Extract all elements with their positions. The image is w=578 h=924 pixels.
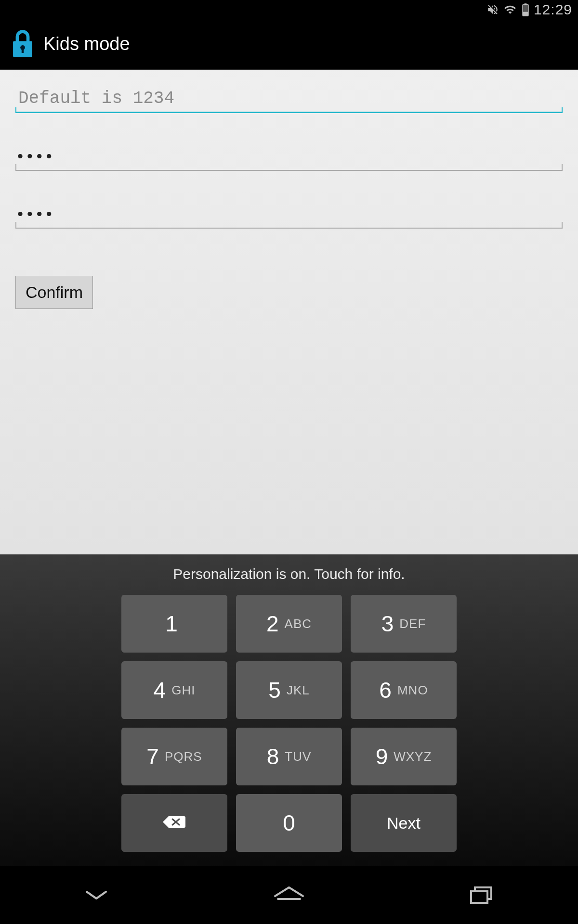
numeric-keyboard: Personalization is on. Touch for info. 1… (0, 554, 578, 866)
nav-home-button[interactable] (265, 881, 313, 910)
key-2-letters: ABC (285, 616, 312, 631)
keypad: 1 2ABC 3DEF 4GHI 5JKL 6MNO 7PQRS 8TUV 9W… (0, 595, 578, 852)
app-title-bar: Kids mode (0, 19, 578, 70)
key-backspace[interactable] (121, 794, 227, 852)
key-4-digit: 4 (154, 677, 166, 703)
svg-rect-5 (22, 49, 24, 53)
key-9-letters: WXYZ (394, 749, 432, 764)
key-8[interactable]: 8TUV (236, 728, 342, 785)
key-0[interactable]: 0 (236, 794, 342, 852)
pin-new-field-wrap: •••• (15, 141, 563, 171)
wifi-icon (503, 3, 517, 16)
pin-new-input[interactable]: •••• (15, 141, 563, 171)
key-4-letters: GHI (171, 683, 195, 698)
system-nav-bar (0, 866, 578, 924)
content-area: •••• •••• Confirm (0, 70, 578, 554)
key-5[interactable]: 5JKL (236, 661, 342, 719)
key-5-digit: 5 (268, 677, 281, 703)
lock-icon (10, 28, 36, 60)
app-title: Kids mode (43, 34, 130, 54)
key-0-digit: 0 (283, 810, 295, 836)
pin-confirm-field-wrap: •••• (15, 199, 563, 229)
svg-rect-1 (525, 3, 527, 5)
key-7[interactable]: 7PQRS (121, 728, 227, 785)
key-6-letters: MNO (397, 683, 428, 698)
key-next-label: Next (387, 814, 420, 833)
key-4[interactable]: 4GHI (121, 661, 227, 719)
key-7-letters: PQRS (165, 749, 202, 764)
personalization-info[interactable]: Personalization is on. Touch for info. (0, 566, 578, 582)
key-8-digit: 8 (267, 744, 279, 770)
mute-icon (486, 3, 499, 16)
key-1-digit: 1 (165, 611, 178, 637)
key-9-digit: 9 (376, 744, 388, 770)
nav-recent-button[interactable] (458, 881, 506, 910)
key-9[interactable]: 9WXYZ (351, 728, 457, 785)
key-5-letters: JKL (287, 683, 310, 698)
pin-confirm-input[interactable]: •••• (15, 199, 563, 229)
svg-rect-7 (471, 891, 487, 903)
key-7-digit: 7 (146, 744, 159, 770)
status-bar: 12:29 (0, 0, 578, 19)
key-3-letters: DEF (399, 616, 426, 631)
key-3[interactable]: 3DEF (351, 595, 457, 653)
svg-rect-2 (523, 12, 528, 16)
key-8-letters: TUV (285, 749, 311, 764)
battery-icon (521, 3, 530, 16)
key-6-digit: 6 (379, 677, 392, 703)
key-6[interactable]: 6MNO (351, 661, 457, 719)
confirm-button[interactable]: Confirm (15, 276, 93, 309)
nav-back-button[interactable] (72, 881, 120, 910)
key-2-digit: 2 (266, 611, 279, 637)
status-clock: 12:29 (534, 1, 572, 18)
backspace-icon (160, 812, 189, 834)
key-2[interactable]: 2ABC (236, 595, 342, 653)
key-1[interactable]: 1 (121, 595, 227, 653)
pin-current-field-wrap (15, 83, 563, 113)
key-3-digit: 3 (381, 611, 394, 637)
pin-current-input[interactable] (15, 83, 563, 113)
key-next[interactable]: Next (351, 794, 457, 852)
